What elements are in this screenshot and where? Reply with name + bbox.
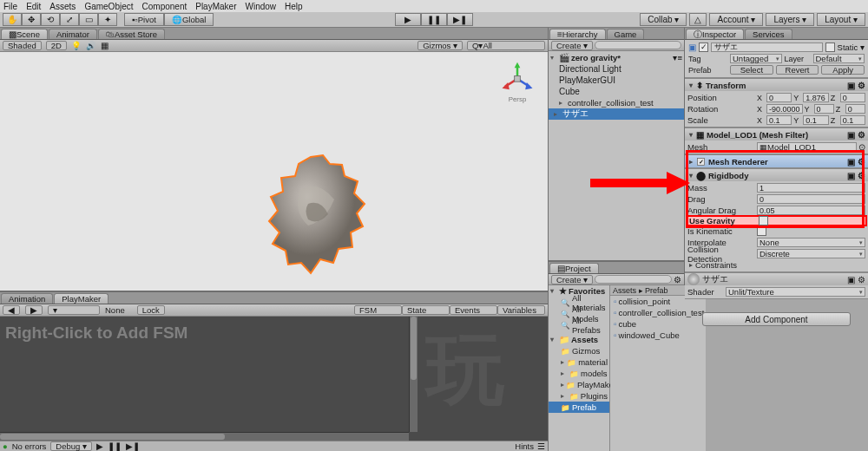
tab-hierarchy[interactable]: ≡ Hierarchy — [549, 29, 606, 39]
constraints-label[interactable]: Constraints — [695, 260, 763, 270]
project-search[interactable] — [595, 275, 672, 284]
add-component-button[interactable]: Add Component — [702, 312, 851, 326]
pause-button[interactable]: ❚❚ — [421, 13, 447, 26]
rot-x[interactable]: -90.0000 — [766, 104, 803, 114]
pm-play-icon[interactable]: ▶ — [96, 441, 103, 451]
selected-object-mesh[interactable] — [260, 152, 373, 282]
fx-icon[interactable]: ▦ — [101, 41, 108, 50]
pos-x[interactable]: 0 — [766, 93, 792, 102]
mesh-picker-icon[interactable]: ⊙ — [858, 142, 865, 152]
name-field[interactable]: サザエ — [711, 42, 823, 52]
global-toggle[interactable]: 🌐 Global — [164, 13, 214, 26]
asset-folder[interactable]: 📁Gizmos — [549, 345, 609, 356]
prefab-select-button[interactable]: Select — [730, 65, 773, 75]
tab-game[interactable]: Game — [607, 29, 645, 39]
pm-tab-events[interactable]: Events — [450, 305, 497, 315]
collision-detection-dropdown[interactable]: Discrete — [757, 249, 865, 258]
asset-folder-selected[interactable]: 📁Prefab — [549, 402, 609, 413]
hierarchy-tree[interactable]: ▾🎬 zero gravity*▾≡ Directional Light Pla… — [549, 51, 684, 260]
material-header[interactable]: サザエ▣ ⚙ — [685, 273, 868, 285]
static-label[interactable]: Static ▾ — [838, 42, 865, 52]
tab-animation[interactable]: Animation — [1, 293, 53, 304]
rotate-tool-button[interactable]: ⟲ — [41, 13, 60, 26]
menu-help[interactable]: Help — [285, 2, 303, 11]
menu-window[interactable]: Window — [245, 2, 276, 11]
scene-search[interactable]: Q▾All — [467, 41, 545, 50]
asset-folder[interactable]: ▸📁material — [549, 356, 609, 368]
is-kinematic-checkbox[interactable] — [757, 226, 766, 236]
mesh-renderer-header[interactable]: ▸ Mesh Renderer▣ ⚙ — [685, 155, 868, 167]
transform-tool-button[interactable]: ✦ — [98, 13, 117, 26]
rigidbody-header[interactable]: ▾⬤ Rigidbody▣ ⚙ — [685, 169, 868, 181]
lock-toggle[interactable]: Lock — [137, 305, 165, 315]
move-tool-button[interactable]: ✥ — [22, 13, 41, 26]
drag-field[interactable]: 0 — [757, 194, 865, 204]
project-filter-icon[interactable]: ⚙ — [674, 275, 681, 284]
fav-item[interactable]: 🔍All Prefabs — [549, 319, 609, 330]
pm-h-scrollbar[interactable] — [0, 432, 409, 441]
tab-project[interactable]: ▤ Project — [549, 263, 599, 273]
pm-tab-fsm[interactable]: FSM — [354, 305, 402, 315]
menu-edit[interactable]: Edit — [26, 2, 41, 11]
2d-toggle[interactable]: 2D — [46, 41, 67, 50]
pm-selection[interactable]: ▾ — [48, 305, 100, 315]
hand-tool-button[interactable]: ✋ — [3, 13, 22, 26]
step-button[interactable]: ▶❚ — [447, 13, 473, 26]
scale-x[interactable]: 0.1 — [766, 115, 792, 125]
hierarchy-item[interactable]: Cube — [549, 86, 684, 97]
tab-playmaker[interactable]: PlayMaker — [54, 293, 108, 304]
pm-nav-back[interactable]: ◀ — [3, 305, 20, 315]
angular-drag-field[interactable]: 0.05 — [757, 206, 865, 215]
rect-tool-button[interactable]: ▭ — [79, 13, 98, 26]
playmaker-graph[interactable]: Right-Click to Add FSM 玩 — [0, 317, 548, 441]
asset-folder[interactable]: ▸📁Plugins — [549, 390, 609, 402]
pos-y[interactable]: 1.876 — [803, 93, 828, 102]
active-checkbox[interactable] — [699, 42, 708, 52]
project-create[interactable]: Create ▾ — [551, 275, 593, 284]
menu-component[interactable]: Component — [142, 2, 187, 11]
prefab-revert-button[interactable]: Revert — [776, 65, 819, 75]
pm-v-scrollbar[interactable] — [409, 317, 418, 432]
mass-field[interactable]: 1 — [757, 183, 865, 193]
menu-assets[interactable]: Assets — [49, 2, 76, 11]
account-dropdown[interactable]: Account ▾ — [709, 13, 763, 26]
layout-dropdown[interactable]: Layout ▾ — [817, 13, 865, 26]
pm-debug-dropdown[interactable]: Debug ▾ — [50, 441, 92, 451]
audio-icon[interactable]: 🔊 — [86, 41, 96, 50]
cloud-button[interactable]: △ — [689, 13, 707, 26]
tab-scene[interactable]: ▩ Scene — [1, 29, 48, 39]
scene-row[interactable]: ▾🎬 zero gravity*▾≡ — [549, 52, 684, 63]
pm-nav-fwd[interactable]: ▶ — [25, 305, 43, 315]
light-icon[interactable]: 💡 — [71, 41, 82, 50]
shader-dropdown[interactable]: Unlit/Texture — [726, 287, 865, 297]
interpolate-dropdown[interactable]: None — [757, 238, 865, 247]
hierarchy-item[interactable]: ▸controller_collision_test — [549, 97, 684, 108]
layer-dropdown[interactable]: Default — [813, 54, 865, 63]
hierarchy-create[interactable]: Create ▾ — [551, 41, 593, 50]
shaded-dropdown[interactable]: Shaded — [3, 41, 42, 50]
menu-gameobject[interactable]: GameObject — [84, 2, 133, 11]
collab-dropdown[interactable]: Collab ▾ — [640, 13, 687, 26]
tag-dropdown[interactable]: Untagged — [730, 54, 782, 63]
mesh-field[interactable]: ▦ Model_LOD1 — [757, 142, 857, 152]
use-gravity-checkbox[interactable] — [759, 216, 768, 226]
tab-inspector[interactable]: ⓘ Inspector — [686, 29, 744, 39]
scale-tool-button[interactable]: ⤢ — [60, 13, 79, 26]
scale-y[interactable]: 0.1 — [803, 115, 828, 125]
gizmos-dropdown[interactable]: Gizmos ▾ — [418, 41, 463, 50]
asset-folder[interactable]: ▸📁models — [549, 368, 609, 379]
pm-pause-icon[interactable]: ❚❚ — [108, 441, 122, 451]
menu-file[interactable]: File — [3, 2, 17, 11]
tab-asset-store[interactable]: 🛍 Asset Store — [98, 29, 165, 39]
static-checkbox[interactable] — [825, 42, 835, 52]
tab-services[interactable]: Services — [745, 29, 792, 39]
pm-hints[interactable]: Hints — [515, 441, 534, 451]
play-button[interactable]: ▶ — [395, 13, 421, 26]
pos-z[interactable]: 0 — [840, 93, 865, 102]
rot-y[interactable]: 0 — [814, 104, 834, 114]
scale-z[interactable]: 0.1 — [840, 115, 865, 125]
orientation-gizmo[interactable]: Persp — [496, 61, 539, 104]
pm-tab-state[interactable]: State — [402, 305, 450, 315]
prefab-apply-button[interactable]: Apply — [821, 65, 865, 75]
hierarchy-item-selected[interactable]: ▸サザエ — [549, 108, 684, 120]
